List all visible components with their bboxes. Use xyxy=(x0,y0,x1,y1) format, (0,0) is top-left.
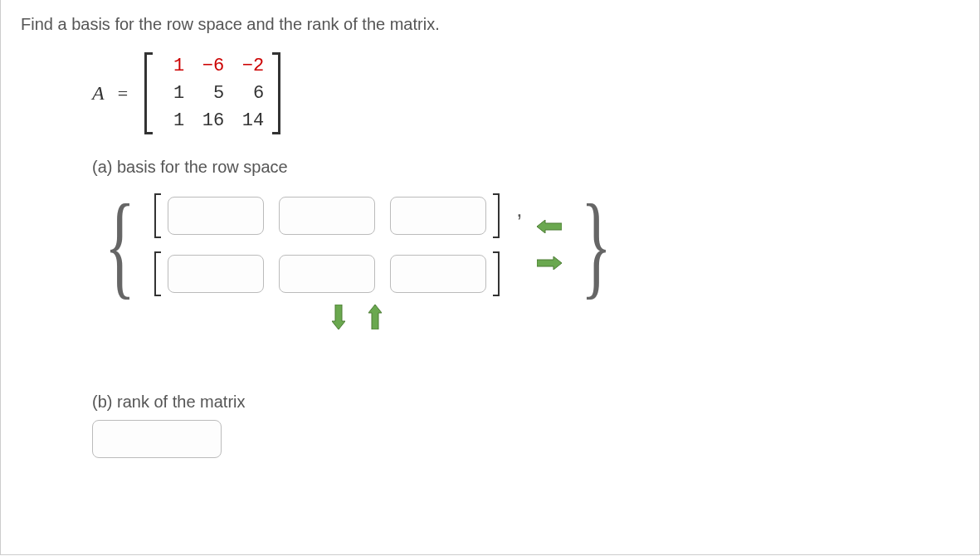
svg-marker-3 xyxy=(368,305,382,329)
basis-vector-row xyxy=(153,251,522,296)
matrix-brackets: 1 −6 −2 1 5 6 1 16 14 xyxy=(141,52,284,134)
matrix-cell: −2 xyxy=(232,52,272,80)
column-adjust-controls xyxy=(535,217,563,272)
left-bracket xyxy=(141,52,153,134)
add-row-button[interactable] xyxy=(324,308,353,326)
vector-right-bracket xyxy=(493,193,501,238)
vector-left-bracket xyxy=(153,193,161,238)
matrix-table: 1 −6 −2 1 5 6 1 16 14 xyxy=(153,52,272,134)
svg-marker-0 xyxy=(537,220,562,233)
matrix-cell: 14 xyxy=(232,107,272,134)
basis-input[interactable] xyxy=(279,255,375,293)
right-bracket xyxy=(272,52,284,134)
vector-right-bracket xyxy=(493,251,501,296)
svg-marker-2 xyxy=(332,305,345,329)
basis-input[interactable] xyxy=(279,197,375,235)
left-curly-brace: { xyxy=(105,199,135,290)
vector-left-bracket xyxy=(153,251,161,296)
matrix-cell: −6 xyxy=(193,52,232,80)
basis-input[interactable] xyxy=(390,197,486,235)
matrix-variable: A xyxy=(92,82,105,105)
matrix-cell: 1 xyxy=(153,80,193,107)
svg-marker-1 xyxy=(537,256,562,270)
remove-column-button[interactable] xyxy=(535,217,563,236)
matrix-cell: 1 xyxy=(153,52,193,80)
add-column-button[interactable] xyxy=(535,254,563,272)
matrix-definition: A = 1 −6 −2 1 5 6 1 xyxy=(92,52,979,134)
matrix-cell: 5 xyxy=(193,80,232,107)
part-b-label: (b) rank of the matrix xyxy=(92,393,979,412)
matrix-cell: 6 xyxy=(232,80,272,107)
basis-vector-row: , xyxy=(153,193,522,238)
equals-sign: = xyxy=(118,83,128,105)
matrix-cell: 16 xyxy=(193,107,232,134)
basis-input[interactable] xyxy=(168,255,264,293)
row-adjust-controls xyxy=(324,308,979,326)
basis-answer-block: { , xyxy=(92,193,979,296)
question-text: Find a basis for the row space and the r… xyxy=(1,0,979,34)
right-curly-brace: } xyxy=(582,199,612,290)
vector-separator: , xyxy=(516,197,522,222)
rank-input[interactable] xyxy=(92,420,222,458)
part-a-label: (a) basis for the row space xyxy=(92,158,979,177)
basis-input[interactable] xyxy=(390,255,486,293)
remove-row-button[interactable] xyxy=(361,308,389,326)
question-container: Find a basis for the row space and the r… xyxy=(0,0,980,555)
matrix-cell: 1 xyxy=(153,107,193,134)
basis-input[interactable] xyxy=(168,197,264,235)
